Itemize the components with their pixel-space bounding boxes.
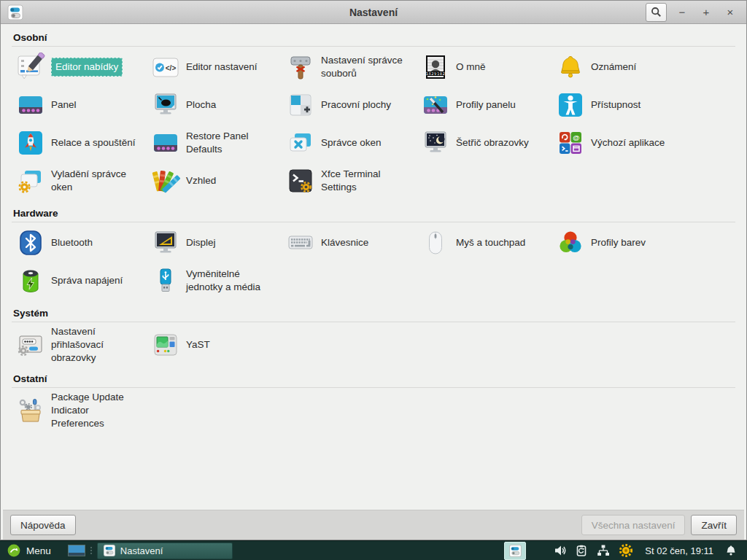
settings-manager-window: Nastavení − + × Osobní bbox=[0, 0, 747, 540]
item-label: Package Update Indicator Preferences bbox=[51, 391, 144, 429]
rocket-icon bbox=[16, 128, 45, 158]
search-button[interactable] bbox=[646, 3, 667, 22]
thunar-hammer-icon bbox=[286, 52, 315, 82]
default-apps-icon: @ bbox=[556, 128, 585, 158]
maximize-button[interactable]: + bbox=[697, 4, 715, 21]
package-update-icon[interactable] bbox=[619, 543, 633, 558]
taskbar: Menu Nastavení bbox=[0, 540, 747, 560]
panel-profiles-icon bbox=[421, 90, 450, 120]
close-dialog-button[interactable]: Zavřít bbox=[691, 515, 737, 535]
settings-tray-button[interactable] bbox=[504, 542, 526, 560]
item-terminal-settings[interactable]: Xfce Terminal Settings bbox=[282, 162, 417, 200]
settings-toggles-icon bbox=[509, 545, 522, 557]
item-removable-media[interactable]: Vyměnitelné jednotky a média bbox=[147, 262, 282, 300]
item-label: Přístupnost bbox=[591, 98, 640, 112]
window-manager-icon bbox=[286, 128, 315, 158]
item-label: Plocha bbox=[186, 98, 216, 112]
item-label: Myš a touchpad bbox=[456, 236, 525, 249]
item-wm-tweaks[interactable]: Vyladění správce oken bbox=[12, 162, 147, 200]
item-about-me[interactable]: 1829102 O mně bbox=[417, 48, 551, 86]
volume-icon[interactable] bbox=[554, 544, 567, 557]
item-desktop[interactable]: Plocha bbox=[147, 86, 282, 124]
titlebar[interactable]: Nastavení − + × bbox=[1, 1, 746, 24]
item-package-update-indicator[interactable]: Package Update Indicator Preferences bbox=[12, 389, 147, 431]
clock[interactable]: St 02 čen, 19:11 bbox=[645, 545, 713, 556]
item-label: O mně bbox=[456, 61, 486, 74]
item-label: YaST bbox=[186, 338, 210, 351]
item-accessibility[interactable]: Přístupnost bbox=[551, 86, 686, 124]
yast-icon bbox=[151, 330, 180, 359]
settings-editor-icon: </> bbox=[151, 52, 180, 82]
item-window-manager[interactable]: Správce oken bbox=[282, 124, 417, 162]
system-tray: St 02 čen, 19:11 bbox=[504, 542, 747, 560]
item-label: Bluetooth bbox=[51, 236, 93, 249]
network-icon[interactable] bbox=[597, 544, 610, 557]
item-label: Vyměnitelné jednotky a média bbox=[186, 268, 279, 294]
menu-label: Menu bbox=[26, 545, 51, 556]
svg-text:</>: </> bbox=[166, 64, 177, 72]
terminal-settings-icon bbox=[286, 166, 315, 195]
section-header-other: Ostatní bbox=[12, 367, 735, 388]
color-profiles-icon bbox=[556, 228, 585, 257]
toolbox-icon bbox=[16, 396, 45, 425]
clipboard-icon[interactable] bbox=[576, 545, 588, 557]
item-session-startup[interactable]: Relace a spouštění bbox=[12, 124, 147, 162]
item-notifications[interactable]: Oznámení bbox=[551, 48, 686, 86]
section-header-hardware: Hardware bbox=[12, 201, 735, 222]
close-button[interactable]: × bbox=[721, 4, 739, 21]
item-mouse-touchpad[interactable]: Myš a touchpad bbox=[417, 224, 551, 262]
settings-toggles-icon bbox=[104, 545, 115, 556]
appearance-icon bbox=[151, 166, 180, 195]
task-label: Nastavení bbox=[120, 545, 163, 556]
item-power-manager[interactable]: Správa napájení bbox=[12, 262, 147, 300]
notifications-icon[interactable] bbox=[725, 545, 737, 556]
item-login-screen-settings[interactable]: Nastavení přihlašovací obrazovky bbox=[12, 324, 147, 365]
item-workspaces[interactable]: Pracovní plochy bbox=[282, 86, 417, 124]
item-label: Relace a spouštění bbox=[51, 136, 136, 149]
accessibility-icon bbox=[556, 90, 585, 120]
applications-menu-button[interactable]: Menu bbox=[0, 541, 58, 560]
workspace-pager[interactable] bbox=[68, 545, 85, 556]
item-settings-editor[interactable]: </> Editor nastavení bbox=[147, 48, 282, 86]
item-appearance[interactable]: Vzhled bbox=[147, 162, 282, 200]
item-yast[interactable]: YaST bbox=[147, 324, 282, 365]
login-screen-icon bbox=[16, 330, 45, 359]
all-settings-button[interactable]: Všechna nastavení bbox=[581, 515, 686, 535]
item-keyboard[interactable]: Klávesnice bbox=[282, 224, 417, 262]
help-button[interactable]: Nápověda bbox=[10, 515, 76, 535]
panel-icon bbox=[16, 90, 45, 120]
item-label: Profily panelu bbox=[456, 98, 516, 112]
item-label: Displej bbox=[186, 236, 216, 249]
section-header-personal: Osobní bbox=[12, 26, 735, 47]
item-screensaver[interactable]: Šetřič obrazovky bbox=[417, 124, 551, 162]
item-default-applications[interactable]: @ Výchozí aplikace bbox=[551, 124, 686, 162]
section-header-system: Systém bbox=[12, 301, 735, 322]
window-title: Nastavení bbox=[1, 7, 746, 18]
minimize-button[interactable]: − bbox=[673, 4, 691, 21]
desktop-icon bbox=[151, 90, 180, 120]
hardware-grid: Bluetooth Displej bbox=[12, 224, 735, 300]
mugshot-icon: 1829102 bbox=[421, 52, 450, 82]
restore-panel-icon bbox=[151, 128, 180, 158]
wm-tweaks-icon bbox=[16, 166, 45, 195]
mugshot-number: 1829102 bbox=[421, 71, 450, 76]
item-file-manager-settings[interactable]: Nastavení správce souborů bbox=[282, 48, 417, 86]
task-button-nastaveni[interactable]: Nastavení bbox=[97, 542, 233, 559]
item-label: Vyladění správce oken bbox=[51, 168, 144, 194]
item-bluetooth[interactable]: Bluetooth bbox=[12, 224, 147, 262]
dialog-footer: Nápověda Všechna nastavení Zavřít bbox=[3, 510, 744, 540]
item-label: Oznámení bbox=[591, 61, 636, 74]
item-menu-editor[interactable]: Editor nabídky bbox=[12, 48, 147, 86]
item-panel-profiles[interactable]: Profily panelu bbox=[417, 86, 551, 124]
other-grid: Package Update Indicator Preferences bbox=[12, 389, 735, 431]
item-display[interactable]: Displej bbox=[147, 224, 282, 262]
item-label: Profily barev bbox=[591, 236, 646, 249]
item-panel[interactable]: Panel bbox=[12, 86, 147, 124]
item-label: Editor nastavení bbox=[186, 61, 258, 74]
bell-icon bbox=[556, 52, 585, 82]
svg-text:@: @ bbox=[573, 133, 579, 141]
item-label: Šetřič obrazovky bbox=[456, 136, 529, 149]
item-restore-panel-defaults[interactable]: Restore Panel Defaults bbox=[147, 124, 282, 162]
settings-content: Osobní bbox=[3, 24, 744, 510]
item-color-profiles[interactable]: Profily barev bbox=[551, 224, 686, 262]
